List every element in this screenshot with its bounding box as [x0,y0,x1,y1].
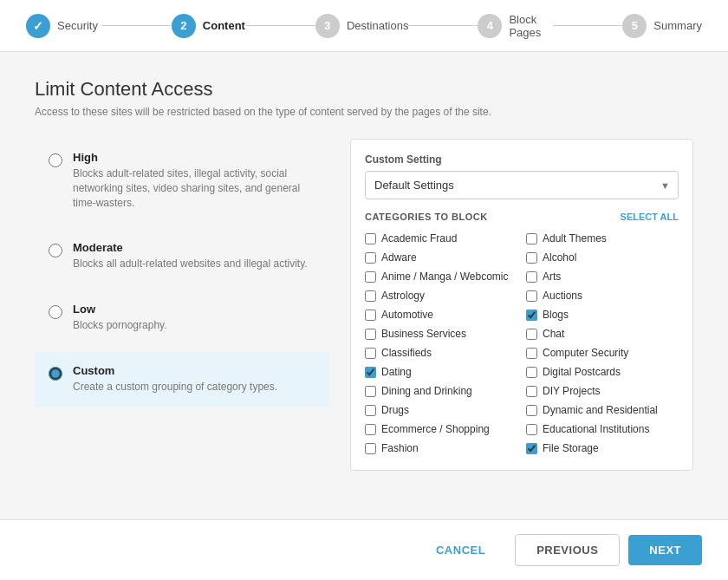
step-destinations-label: Destinations [347,19,409,32]
label-anime-manga: Anime / Manga / Webcomic [381,270,509,283]
next-button[interactable]: NEXT [628,535,702,565]
select-all-link[interactable]: SELECT ALL [621,212,679,222]
category-chat[interactable]: Chat [526,326,679,342]
category-educational[interactable]: Educational Institutions [526,421,679,437]
checkbox-ecommerce[interactable] [365,424,376,435]
radio-high[interactable] [49,153,62,167]
checkbox-blogs[interactable] [526,310,537,321]
checkbox-business-services[interactable] [365,329,376,340]
radio-low[interactable] [49,305,62,319]
checkbox-fashion[interactable] [365,443,376,454]
checkbox-file-storage[interactable] [526,443,537,454]
category-drugs[interactable]: Drugs [365,402,517,418]
label-business-services: Business Services [381,328,466,340]
checkbox-astrology[interactable] [365,290,376,302]
checkbox-dating[interactable] [365,367,376,378]
settings-dropdown[interactable]: Default Settings Custom 1 Custom 2 [365,171,679,199]
step-content-circle: 2 [172,14,196,38]
label-alcohol: Alcohol [543,251,576,264]
radio-moderate[interactable] [49,244,62,257]
label-automotive: Automotive [381,309,433,321]
category-auctions[interactable]: Auctions [526,288,679,303]
step-summary[interactable]: 5 Summary [622,14,702,38]
checkbox-classifieds[interactable] [365,348,376,359]
previous-button[interactable]: PREVIOUS [515,534,620,566]
category-ecommerce[interactable]: Ecommerce / Shopping [365,421,517,437]
radio-option-low[interactable]: Low Blocks pornography. [35,290,329,345]
checkbox-educational[interactable] [526,424,537,435]
category-diy-projects[interactable]: DIY Projects [526,383,679,399]
category-digital-postcards[interactable]: Digital Postcards [526,364,679,380]
checkbox-auctions[interactable] [526,290,537,302]
dropdown-wrapper: Default Settings Custom 1 Custom 2 ▼ [365,171,679,199]
page-subtitle: Access to these sites will be restricted… [35,106,693,118]
label-astrology: Astrology [381,290,425,302]
checkbox-dynamic-residential[interactable] [526,405,537,416]
category-file-storage[interactable]: File Storage [526,440,679,456]
checkbox-drugs[interactable] [365,405,376,416]
checkbox-automotive[interactable] [365,310,376,321]
radio-panel: High Blocks adult-related sites, illegal… [35,139,329,414]
custom-setting-label: Custom Setting [365,153,679,166]
radio-custom-desc: Create a custom grouping of category typ… [73,380,277,394]
radio-custom-content: Custom Create a custom grouping of categ… [73,364,277,394]
radio-option-moderate[interactable]: Moderate Blocks all adult-related websit… [35,229,329,283]
step-content[interactable]: 2 Content [171,14,246,38]
checkbox-diy-projects[interactable] [526,386,537,397]
category-dating[interactable]: Dating [365,364,517,380]
label-digital-postcards: Digital Postcards [543,366,621,378]
label-fashion: Fashion [381,442,419,454]
wizard-header: Security 2 Content 3 Destinations 4 Bloc… [0,0,728,52]
radio-option-high[interactable]: High Blocks adult-related sites, illegal… [35,139,329,222]
category-dynamic-residential[interactable]: Dynamic and Residential [526,402,679,418]
checkbox-academic-fraud[interactable] [365,233,376,244]
category-academic-fraud[interactable]: Academic Fraud [365,231,517,246]
categories-title: CATEGORIES TO BLOCK [365,212,488,222]
radio-high-title: High [73,151,315,164]
category-blogs[interactable]: Blogs [526,307,679,323]
radio-moderate-desc: Blocks all adult-related websites and il… [73,257,308,271]
checkbox-adware[interactable] [365,252,376,264]
connector-4 [553,25,622,26]
categories-grid: Academic Fraud Adult Themes Adware Alcoh… [365,231,679,456]
radio-moderate-content: Moderate Blocks all adult-related websit… [73,241,308,271]
label-computer-security: Computer Security [543,347,628,359]
label-classifieds: Classifieds [381,347,432,359]
radio-custom[interactable] [49,367,62,381]
checkbox-arts[interactable] [526,271,537,283]
checkbox-alcohol[interactable] [526,252,537,264]
cancel-button[interactable]: CANCEL [415,535,506,565]
connector-3 [408,25,478,26]
category-fashion[interactable]: Fashion [365,440,517,456]
checkbox-digital-postcards[interactable] [526,367,537,378]
step-block-pages[interactable]: 4 Block Pages [478,13,553,39]
radio-option-custom[interactable]: Custom Create a custom grouping of categ… [35,352,329,407]
category-arts[interactable]: Arts [526,269,679,284]
category-automotive[interactable]: Automotive [365,307,517,323]
label-adult-themes: Adult Themes [543,232,607,244]
category-business-services[interactable]: Business Services [365,326,517,342]
category-adware[interactable]: Adware [365,250,517,265]
label-auctions: Auctions [543,290,582,302]
label-educational: Educational Institutions [543,423,649,435]
category-computer-security[interactable]: Computer Security [526,345,679,361]
checkbox-chat[interactable] [526,329,537,340]
step-security[interactable]: Security [26,14,101,38]
checkbox-computer-security[interactable] [526,348,537,359]
label-ecommerce: Ecommerce / Shopping [381,423,490,435]
radio-high-content: High Blocks adult-related sites, illegal… [73,151,315,210]
connector-1 [101,25,171,26]
label-diy-projects: DIY Projects [543,385,600,397]
step-destinations[interactable]: 3 Destinations [315,14,409,38]
checkbox-dining-drinking[interactable] [365,386,376,397]
category-alcohol[interactable]: Alcohol [526,250,679,265]
category-astrology[interactable]: Astrology [365,288,517,303]
checkbox-anime-manga[interactable] [365,271,376,283]
step-block-pages-circle: 4 [478,14,502,38]
category-classifieds[interactable]: Classifieds [365,345,517,361]
checkbox-adult-themes[interactable] [526,233,537,244]
category-adult-themes[interactable]: Adult Themes [526,231,679,246]
main-content: Limit Content Access Access to these sit… [0,52,728,497]
category-dining-drinking[interactable]: Dining and Drinking [365,383,517,399]
category-anime-manga[interactable]: Anime / Manga / Webcomic [365,269,517,284]
